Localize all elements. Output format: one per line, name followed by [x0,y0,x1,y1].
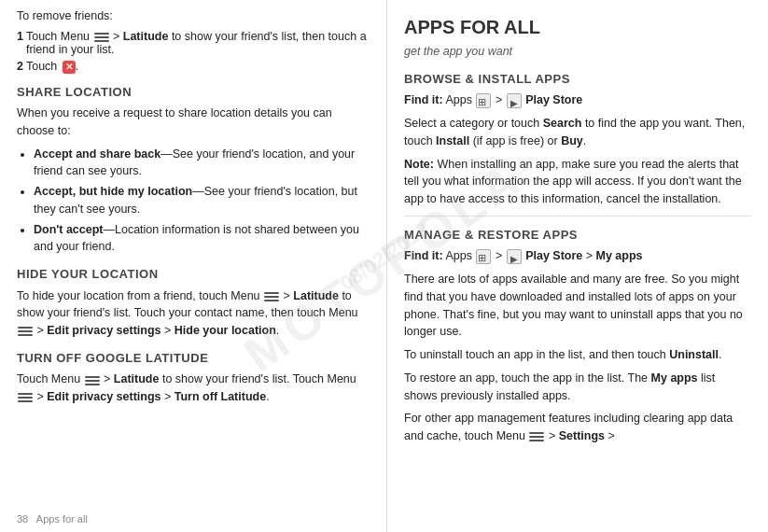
menu-icon4 [85,374,100,386]
page: MOTOROLA 08/02/2012 To remove friends: 1… [0,0,768,532]
bullet3-bold: Don't accept [34,223,104,236]
manage-restore-heading: MANAGE & RESTORE APPS [404,226,751,245]
footer: 38 Apps for all [17,513,88,525]
share-location-heading: SHARE LOCATION [17,83,370,102]
apps-icon [476,93,491,108]
manage-settings: Settings [559,429,605,442]
turn-off-edit-privacy: Edit privacy settings [47,390,161,403]
hide-location-para: To hide your location from a friend, tou… [17,287,370,340]
step2-label: Touch [26,60,57,73]
menu-icon3 [18,325,33,337]
manage-para1: There are lots of apps available and man… [404,271,751,341]
hide-edit-privacy: Edit privacy settings [47,324,161,337]
list-item: Accept and share back—See your friend's … [34,146,370,181]
step2-text: Touch ✕. [26,60,78,74]
footer-label: Apps for all [36,513,88,525]
browse-install-heading: BROWSE & INSTALL APPS [404,70,751,89]
share-location-list: Accept and share back—See your friend's … [34,146,370,257]
manage-my-apps: My apps [596,249,643,262]
apps-for-all-heading: APPS FOR ALL [404,13,751,41]
manage-para2-before: To uninstall touch an app in the list, a… [404,348,666,361]
manage-para4-after: > [607,429,614,442]
manage-uninstall: Uninstall [669,348,719,361]
menu-icon2 [264,290,279,302]
browse-search-bold: Search [543,117,582,130]
intro-text: To remove friends: [17,7,370,25]
left-column: To remove friends: 1 Touch Menu > Latitu… [0,0,387,532]
browse-note: Note: When installing an app, make sure … [404,156,751,208]
right-column: APPS FOR ALL get the app you want BROWSE… [387,0,768,532]
turn-off-heading: TURN OFF GOOGLE LATITUDE [17,349,370,368]
browse-note-text: When installing an app, make sure you re… [404,158,742,206]
manage-para2-end: . [719,348,721,361]
menu-icon [94,31,109,43]
browse-para1: Select a category or touch Search to fin… [404,115,751,150]
step2-num: 2 [17,60,23,73]
turn-off-para1: Touch Menu > Latitude to show your frien… [17,371,370,406]
bullet1-bold: Accept and share back [34,147,161,161]
manage-play-store: Play Store [525,249,582,262]
manage-para4: For other app management features includ… [404,410,751,445]
play-store-icon2 [507,249,522,264]
share-location-para: When you receive a request to share loca… [17,105,370,140]
play-store-icon [507,93,522,108]
close-icon: ✕ [63,61,76,74]
hide-location-heading: HIDE YOUR LOCATION [17,265,370,284]
step1-num: 1 [17,30,23,43]
hide-your-location-action: Hide your location [175,324,276,337]
browse-buy-bold: Buy [561,134,583,147]
menu-icon5 [18,391,33,403]
turn-off-end: . [266,390,269,403]
list-item: Accept, but hide my location—See your fr… [34,183,370,218]
browse-install-bold: Install [436,134,469,147]
list-item: Don't accept—Location information is not… [34,221,370,257]
manage-para2: To uninstall touch an app in the list, a… [404,346,751,364]
manage-my-apps-bold: My apps [651,371,698,385]
step1-after: to show your friend's list, then touch a… [26,30,367,56]
bullet2-bold: Accept, but hide my location [34,185,192,198]
manage-find-it-label: Find it: [404,249,443,262]
menu-icon6 [529,430,544,442]
turn-off-latitude: Latitude [114,372,160,385]
apps-for-all-subheading: get the app you want [404,43,751,61]
hide-latitude: Latitude [293,289,339,302]
turn-off-latitude-action: Turn off Latitude [175,390,266,403]
manage-para3: To restore an app, touch the app in the … [404,370,751,405]
step1-latitude: Latitude [123,30,169,43]
browse-find-it-label: Find it: [404,93,443,106]
browse-note-label: Note: [404,158,434,171]
browse-find-it: Find it: Apps > Play Store [404,91,751,109]
divider [404,216,751,217]
apps-icon2 [476,249,491,264]
step2: 2 Touch ✕. [17,60,370,74]
manage-para3-before: To restore an app, touch the app in the … [404,371,648,385]
manage-find-it: Find it: Apps > Play Store > My apps [404,247,751,265]
step1-text: Touch Menu > Latitude to show your frien… [26,30,370,56]
browse-play-store: Play Store [525,93,582,106]
step1: 1 Touch Menu > Latitude to show your fri… [17,30,370,56]
page-number: 38 [17,513,28,525]
turn-off-line1-after: to show your friend's list. [162,372,289,385]
